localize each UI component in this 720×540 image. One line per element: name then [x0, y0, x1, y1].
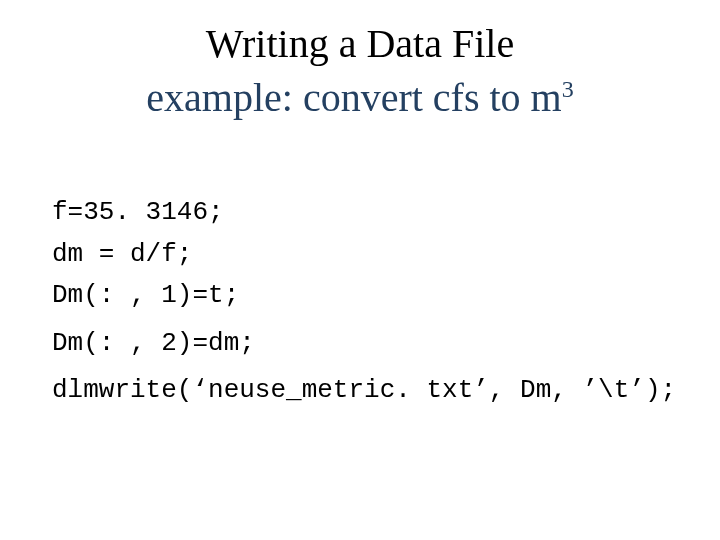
- subtitle-text: example: convert cfs to m: [146, 75, 561, 120]
- code-line: Dm(: , 1)=t;: [52, 275, 676, 317]
- page-subtitle: example: convert cfs to m3: [0, 74, 720, 121]
- code-block: f=35. 3146; dm = d/f; Dm(: , 1)=t; Dm(: …: [52, 192, 676, 412]
- page-title: Writing a Data File: [0, 20, 720, 67]
- code-line: f=35. 3146;: [52, 192, 676, 234]
- code-line: Dm(: , 2)=dm;: [52, 323, 676, 365]
- subtitle-superscript: 3: [562, 76, 574, 102]
- code-line: dm = d/f;: [52, 234, 676, 276]
- code-line: dlmwrite(‘neuse_metric. txt’, Dm, ’\t’);: [52, 370, 676, 412]
